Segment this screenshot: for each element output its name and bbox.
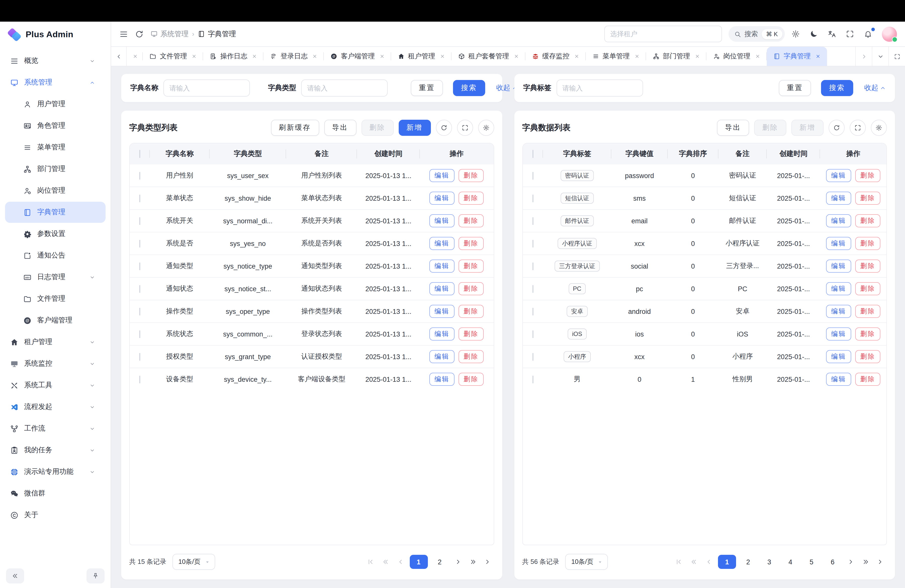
tab-客户端管理[interactable]: @客户端管理 [324,47,391,66]
row-checkbox[interactable] [139,262,140,270]
edit-button[interactable]: 编辑 [429,192,454,205]
edit-button[interactable]: 编辑 [826,373,851,386]
content-fullscreen-button[interactable] [888,47,905,66]
row-checkbox[interactable] [532,308,533,315]
first-page-button[interactable] [364,555,376,569]
tab-close-icon[interactable] [695,54,700,59]
tab-close-icon[interactable] [815,54,820,59]
page-button-1[interactable]: 1 [410,555,428,569]
back-5-pages-button[interactable] [688,555,700,569]
tab-操作日志[interactable]: 操作日志 [203,47,264,66]
edit-button[interactable]: 编辑 [429,169,454,182]
tab-登录日志[interactable]: 登录日志 [264,47,324,66]
row-checkbox[interactable] [532,194,533,202]
search-button[interactable]: 搜索 [453,80,485,96]
edit-button[interactable]: 编辑 [826,350,851,363]
hamburger-menu-icon[interactable] [119,29,128,38]
refresh-page-icon[interactable] [135,29,144,38]
row-checkbox[interactable] [532,285,533,292]
tab-close-icon[interactable] [634,54,639,59]
tab-部门管理[interactable]: 部门管理 [646,47,706,66]
row-checkbox[interactable] [532,375,533,383]
tab-岗位管理[interactable]: 岗位管理 [706,47,767,66]
edit-button[interactable]: 编辑 [429,282,454,295]
delete-button[interactable]: 删除 [855,169,880,182]
sidebar-item-系统管理[interactable]: 系统管理 [5,72,106,93]
delete-button[interactable]: 删除 [855,327,880,340]
last-page-button[interactable] [875,555,887,569]
row-checkbox[interactable] [139,194,140,202]
table-gear-button[interactable] [871,120,887,136]
row-checkbox[interactable] [139,217,140,224]
edit-button[interactable]: 编辑 [826,192,851,205]
sidebar-item-部门管理[interactable]: 部门管理 [5,159,106,180]
page-size-select[interactable]: 10条/页 [172,554,215,570]
edit-button[interactable]: 编辑 [429,237,454,250]
delete-button[interactable]: 删除 [855,282,880,295]
edit-button[interactable]: 编辑 [429,327,454,340]
edit-button[interactable]: 编辑 [826,237,851,250]
delete-button[interactable]: 删除 [855,305,880,318]
edit-button[interactable]: 编辑 [429,350,454,363]
tab-close-icon[interactable] [133,54,138,59]
avatar[interactable] [882,26,897,41]
row-checkbox[interactable] [532,240,533,247]
tab-租户管理[interactable]: 租户管理 [391,47,451,66]
next-page-button[interactable] [845,555,857,569]
row-checkbox[interactable] [139,353,140,361]
tab-文件管理[interactable]: 文件管理 [143,47,203,66]
sidebar-item-用户管理[interactable]: 用户管理 [5,94,106,115]
row-checkbox[interactable] [532,217,533,224]
table-gear-button[interactable] [478,120,494,136]
previous-page-button[interactable] [394,555,406,569]
delete-button[interactable]: 删除 [855,214,880,227]
tenant-select-input[interactable] [604,25,722,42]
tabs-dropdown-button[interactable] [872,47,888,66]
previous-page-button[interactable] [703,555,715,569]
global-search-button[interactable]: 搜索 ⌘ K [728,26,785,42]
delete-button[interactable]: 删除 [459,214,484,227]
delete-button[interactable]: 删除 [459,169,484,182]
table-refresh-button[interactable] [436,120,452,136]
tab-租户套餐管理[interactable]: 租户套餐管理 [451,47,525,66]
sidebar-item-关于[interactable]: 关于 [5,504,106,526]
edit-button[interactable]: 编辑 [429,214,454,227]
row-checkbox[interactable] [139,375,140,383]
delete-button[interactable]: 删除 [459,192,484,205]
page-size-select[interactable]: 10条/页 [565,554,608,570]
tab-字典管理[interactable]: 字典管理 [767,47,827,66]
sidebar-item-概览[interactable]: 概览 [5,50,106,72]
sidebar-item-租户管理[interactable]: 租户管理 [5,332,106,353]
tabs-scroll-left-button[interactable] [111,47,127,66]
notifications-bell-icon[interactable] [864,30,872,38]
filter-input[interactable] [164,79,250,97]
tab-close-icon[interactable] [192,54,197,59]
tab-close-icon[interactable] [755,54,760,59]
tab-close-icon[interactable] [514,54,519,59]
delete-button[interactable]: 删除 [855,259,880,273]
delete-button[interactable]: 删除 [459,350,484,363]
back-5-pages-button[interactable] [379,555,391,569]
edit-button[interactable]: 编辑 [429,373,454,386]
sidebar-item-我的任务[interactable]: 我的任务 [5,440,106,461]
sidebar-item-系统监控[interactable]: 系统监控 [5,353,106,374]
row-checkbox[interactable] [139,308,140,315]
sidebar-item-工作流[interactable]: 工作流 [5,418,106,439]
collapse-filters-link[interactable]: 收起 [864,84,886,92]
page-button-6[interactable]: 6 [824,555,841,569]
delete-button[interactable]: 删除 [855,350,880,363]
last-page-button[interactable] [482,555,494,569]
sidebar-pin-button[interactable] [86,568,105,583]
tab-close-icon[interactable] [574,54,579,59]
sidebar-item-通知公告[interactable]: 通知公告 [5,245,106,266]
sidebar-item-系统工具[interactable]: 系统工具 [5,375,106,396]
sidebar-collapse-button[interactable] [6,568,24,583]
edit-button[interactable]: 编辑 [429,305,454,318]
edit-button[interactable]: 编辑 [826,169,851,182]
row-checkbox[interactable] [532,330,533,338]
delete-button[interactable]: 删除 [459,327,484,340]
edit-button[interactable]: 编辑 [429,259,454,273]
tab-close-icon[interactable] [379,54,384,59]
table-expand-button[interactable] [457,120,473,136]
delete-button[interactable]: 删除 [459,282,484,295]
